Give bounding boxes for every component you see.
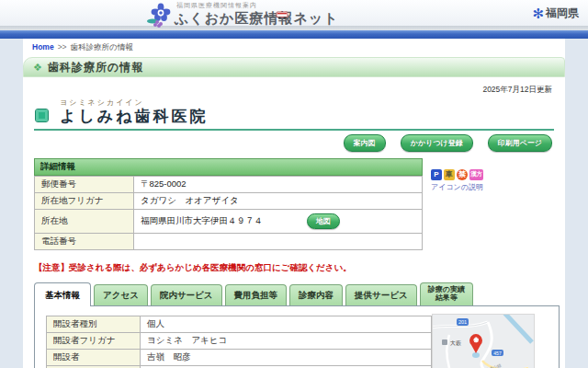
- site-header: 福岡県医療機関情報案内 ふくおか医療情報ネット ✻ 福岡県: [0, 0, 588, 26]
- kampo-icon: 漢方: [469, 169, 483, 180]
- founder-type-value: 個人: [141, 316, 432, 332]
- address-furigana-value: タガワシ オオアザイタ: [134, 192, 423, 209]
- details-section: 詳細情報 郵便番号 〒825-0002 所在地フリガナ タガワシ オオアザイタ …: [34, 158, 554, 250]
- location-map[interactable]: 201 457 大藪 小倉山線 Google Map data ©2026: [432, 314, 535, 368]
- row-label: 郵便番号: [35, 176, 134, 192]
- clinic-furigana: ヨシミネシカイイン: [60, 98, 554, 108]
- prefecture-flower-icon: ✻: [532, 6, 544, 20]
- table-row: 開設者 吉嶺 昭彦: [47, 349, 432, 365]
- table-row: 電話番号: [35, 233, 423, 249]
- header-blue-bar: [0, 30, 588, 39]
- row-label: 所在地フリガナ: [35, 192, 134, 209]
- main-panel: Home>>歯科診療所の情報 ❖ 歯科診療所の情報 2025年7月12日更新 ヨ…: [23, 39, 565, 368]
- founder-furigana-value: ヨシミネ アキヒコ: [141, 332, 432, 349]
- table-row: 開設者フリガナ ヨシミネ アキヒコ: [47, 332, 432, 349]
- tab-provided-services[interactable]: 提供サービス: [345, 284, 417, 305]
- address-value: 福岡県田川市大字伊田４９７４: [141, 215, 263, 227]
- tab-treatment-content[interactable]: 診療内容: [289, 284, 343, 305]
- site-title: ふくおか医療情報ネット: [175, 10, 338, 28]
- row-label: 所在地: [35, 209, 134, 233]
- updated-date: 2025年7月12日更新: [23, 77, 565, 96]
- breadcrumb-home-link[interactable]: Home: [32, 42, 54, 52]
- flower-logo-icon: [147, 2, 175, 28]
- family-doctor-register-button[interactable]: かかりつけ登録: [401, 134, 473, 152]
- row-label: 開設者種別: [47, 316, 141, 332]
- breadcrumb-current: 歯科診療所の情報: [71, 42, 133, 52]
- table-row: 郵便番号 〒825-0002: [35, 176, 423, 192]
- row-label: 電話番号: [35, 233, 134, 249]
- print-page-button[interactable]: 印刷用ページ: [488, 134, 552, 152]
- tab-treatment-results[interactable]: 診療の実績 結果等: [420, 282, 473, 305]
- phone-value: [134, 233, 423, 249]
- no-smoking-icon: 禁: [457, 169, 468, 180]
- details-caption: 詳細情報: [34, 158, 423, 176]
- map-button[interactable]: 地図: [307, 213, 340, 229]
- table-row: 所在地 福岡県田川市大字伊田４９７４ 地図: [35, 209, 423, 233]
- basic-info-table: 開設者種別 個人 開設者フリガナ ヨシミネ アキヒコ 開設者 吉嶺 昭彦 駐車場…: [46, 316, 432, 368]
- tab-in-hospital-services[interactable]: 院内サービス: [151, 284, 222, 305]
- tab-bar: 基本情報 アクセス 院内サービス 費用負担等 診療内容 提供サービス 診療の実績…: [34, 282, 560, 305]
- diamond-icon: ❖: [33, 62, 42, 74]
- breadcrumb-separator: >>: [58, 42, 67, 52]
- table-row: 開設者種別 個人: [47, 316, 432, 332]
- icons-explanation-link[interactable]: アイコンの説明: [431, 182, 569, 192]
- tab-basic-info[interactable]: 基本情報: [34, 282, 91, 306]
- clinic-header: ヨシミネシカイイン よしみね歯科医院: [34, 98, 554, 131]
- road-shield-457: 457: [493, 350, 502, 355]
- site-subtitle: 福岡県医療機関情報案内: [176, 1, 338, 10]
- postal-code-value: 〒825-0002: [134, 176, 423, 192]
- yellow-badge-icon: 車: [444, 169, 455, 180]
- guide-map-button[interactable]: 案内図: [344, 134, 386, 152]
- prefecture-logo[interactable]: ✻ 福岡県: [532, 6, 579, 21]
- map-place-label: 大藪: [450, 339, 461, 345]
- basic-info-panel: 開設者種別 個人 開設者フリガナ ヨシミネ アキヒコ 開設者 吉嶺 昭彦 駐車場…: [34, 305, 560, 368]
- tab-costs[interactable]: 費用負担等: [225, 284, 288, 305]
- page-title: 歯科診療所の情報: [48, 60, 143, 75]
- page-banner: ❖ 歯科診療所の情報: [23, 57, 565, 77]
- parking-icon: P: [431, 169, 442, 180]
- clinic-bullet-icon: [36, 109, 48, 121]
- row-label: 開設者: [47, 349, 141, 365]
- tab-access[interactable]: アクセス: [94, 284, 148, 305]
- ambulance-icon: [276, 11, 288, 21]
- notice-text: 【注意】受診される際は、必ずあらかじめ各医療機関の窓口にご確認ください。: [34, 262, 554, 274]
- details-table: 郵便番号 〒825-0002 所在地フリガナ タガワシ オオアザイタ 所在地 福…: [34, 176, 423, 250]
- site-logo[interactable]: 福岡県医療機関情報案内 ふくおか医療情報ネット: [147, 1, 338, 28]
- prefecture-name: 福岡県: [546, 6, 579, 21]
- road-shield-201: 201: [458, 319, 467, 325]
- founder-name-value: 吉嶺 昭彦: [141, 349, 432, 365]
- breadcrumb: Home>>歯科診療所の情報: [23, 39, 565, 56]
- clinic-name: よしみね歯科医院: [60, 108, 554, 126]
- table-row: 所在地フリガナ タガワシ オオアザイタ: [35, 192, 423, 209]
- action-buttons: 案内図 かかりつけ登録 印刷用ページ: [23, 134, 552, 152]
- facility-icons: P 車 禁 漢方 アイコンの説明: [431, 169, 569, 192]
- row-label: 開設者フリガナ: [47, 332, 141, 349]
